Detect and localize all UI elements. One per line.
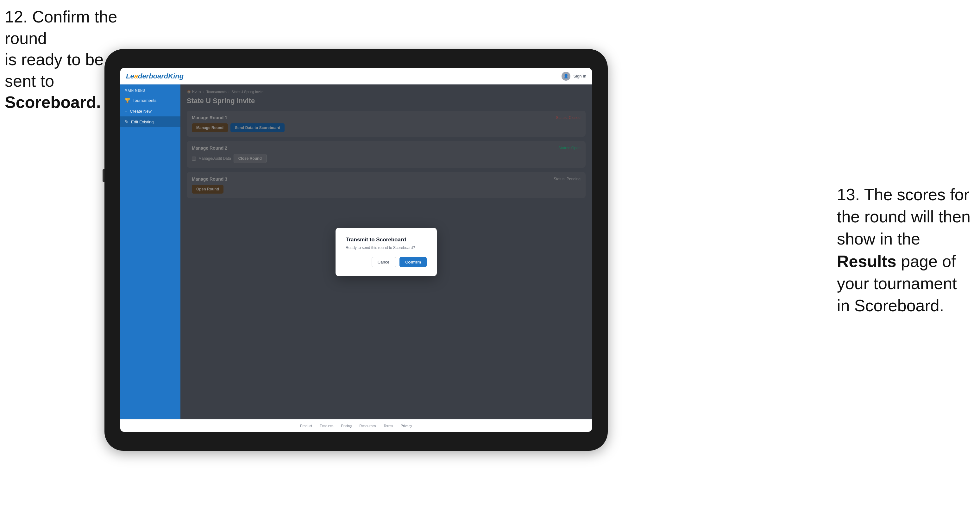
tablet-frame: LeaderboardKing 👤 Sign In MAIN MENU 🏆 To…: [105, 49, 608, 451]
user-avatar-icon: 👤: [562, 72, 570, 81]
footer-link-terms[interactable]: Terms: [383, 424, 393, 428]
modal-confirm-button[interactable]: Confirm: [399, 257, 427, 267]
logo-area: LeaderboardKing: [126, 72, 184, 80]
sidebar-item-edit-existing[interactable]: ✎ Edit Existing: [120, 116, 180, 127]
footer-link-resources[interactable]: Resources: [359, 424, 376, 428]
modal-overlay: Transmit to Scoreboard Ready to send thi…: [180, 84, 592, 419]
annotation-line2: is ready to be sent to: [5, 50, 103, 90]
sign-in-button[interactable]: Sign In: [574, 74, 586, 78]
sidebar-item-create-new[interactable]: + Create New: [120, 106, 180, 116]
sidebar-tournaments-label: Tournaments: [133, 98, 156, 103]
nav-right: 👤 Sign In: [562, 72, 586, 81]
annotation-right: 13. The scores for the round will then s…: [837, 184, 970, 317]
top-nav: LeaderboardKing 👤 Sign In: [120, 68, 592, 84]
annotation-line1: 12. Confirm the round: [5, 8, 118, 48]
logo: LeaderboardKing: [126, 72, 184, 80]
modal-subtitle: Ready to send this round to Scoreboard?: [346, 246, 427, 250]
modal-title: Transmit to Scoreboard: [346, 237, 427, 243]
annotation-right-line3: show in the: [837, 230, 920, 248]
tablet-screen: LeaderboardKing 👤 Sign In MAIN MENU 🏆 To…: [120, 68, 592, 432]
annotation-right-line5: page of: [896, 252, 956, 270]
modal-dialog: Transmit to Scoreboard Ready to send thi…: [336, 228, 437, 276]
modal-actions: Cancel Confirm: [346, 257, 427, 267]
sidebar-item-tournaments[interactable]: 🏆 Tournaments: [120, 95, 180, 106]
footer-link-product[interactable]: Product: [300, 424, 312, 428]
trophy-icon: 🏆: [125, 98, 130, 103]
plus-icon: +: [125, 108, 127, 114]
footer-link-privacy[interactable]: Privacy: [401, 424, 412, 428]
sidebar-section-label: MAIN MENU: [120, 89, 180, 95]
footer: Product Features Pricing Resources Terms…: [120, 419, 592, 432]
sidebar: MAIN MENU 🏆 Tournaments + Create New ✎ E…: [120, 84, 180, 419]
annotation-right-line1: 13. The scores for: [837, 186, 969, 204]
annotation-results-bold: Results: [837, 252, 896, 270]
annotation-right-line7: in Scoreboard.: [837, 297, 944, 315]
annotation-line3: Scoreboard.: [5, 93, 101, 111]
main-area: MAIN MENU 🏆 Tournaments + Create New ✎ E…: [120, 84, 592, 419]
tablet-side-button: [103, 169, 105, 182]
footer-link-pricing[interactable]: Pricing: [341, 424, 352, 428]
page-content: 🏠 Home › Tournaments › State U Spring In…: [180, 84, 592, 419]
sidebar-create-label: Create New: [130, 109, 152, 114]
modal-cancel-button[interactable]: Cancel: [372, 257, 396, 267]
annotation-right-line6: your tournament: [837, 274, 957, 293]
edit-icon: ✎: [125, 119, 129, 124]
sidebar-edit-label: Edit Existing: [131, 119, 154, 124]
annotation-right-line2: the round will then: [837, 208, 970, 226]
footer-link-features[interactable]: Features: [320, 424, 333, 428]
